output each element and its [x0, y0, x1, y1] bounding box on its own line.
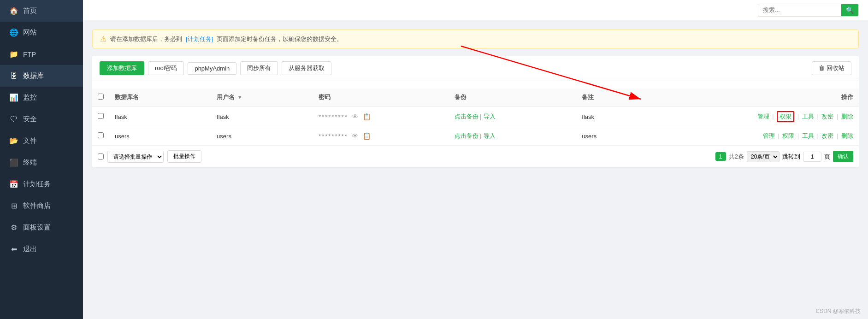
- security-icon: 🛡: [9, 115, 18, 124]
- import-link[interactable]: 导入: [484, 113, 496, 120]
- database-table-wrapper: 数据库名 用户名 ▼ 密码 备份 备注 操作: [92, 89, 859, 167]
- sidebar-item-terminal[interactable]: ⬛ 终端: [0, 152, 83, 173]
- delete-link[interactable]: 删除: [841, 132, 853, 139]
- alert-warning: ⚠ 请在添加数据库后，务必到 [计划任务] 页面添加定时备份任务，以确保您的数据…: [92, 30, 859, 48]
- backup-sep: |: [480, 113, 484, 120]
- th-op: 操作: [661, 89, 859, 106]
- files-icon: 📂: [9, 136, 18, 145]
- permission-link[interactable]: 权限: [779, 113, 791, 120]
- manage-link[interactable]: 管理: [757, 113, 769, 120]
- select-all-checkbox[interactable]: [98, 94, 104, 100]
- copy-password-button[interactable]: 📋: [362, 113, 372, 120]
- phpmyadmin-button[interactable]: phpMyAdmin: [188, 62, 236, 75]
- root-password-button[interactable]: root密码: [148, 61, 184, 75]
- username-cell: flask: [211, 106, 313, 127]
- search-button[interactable]: 🔍: [841, 4, 858, 16]
- batch-operation-button[interactable]: 批量操作: [167, 150, 201, 163]
- sidebar-item-files[interactable]: 📂 文件: [0, 130, 83, 152]
- sep1: |: [772, 113, 775, 120]
- sidebar-item-logout[interactable]: ⬅ 退出: [0, 238, 83, 260]
- sidebar-item-database[interactable]: 🗄 数据库: [0, 65, 83, 87]
- sort-icon: ▼: [237, 95, 242, 100]
- backup-sep: |: [480, 132, 484, 139]
- tasks-icon: 📅: [9, 180, 18, 189]
- sidebar-item-store[interactable]: ⊞ 软件商店: [0, 195, 83, 217]
- sep4: |: [837, 113, 840, 120]
- sidebar-item-label: FTP: [23, 50, 36, 58]
- page-unit: 页: [824, 153, 830, 161]
- tools-link[interactable]: 工具: [802, 113, 814, 120]
- username-cell: users: [211, 127, 313, 145]
- th-checkbox: [92, 89, 109, 106]
- sidebar-item-label: 面板设置: [23, 223, 51, 232]
- ftp-icon: 📁: [9, 50, 18, 59]
- sidebar-item-monitor[interactable]: 📊 监控: [0, 87, 83, 108]
- total-count: 共2条: [729, 153, 744, 161]
- sidebar-item-home[interactable]: 🏠 首页: [0, 0, 83, 22]
- sidebar-item-label: 退出: [23, 245, 37, 254]
- click-backup-link[interactable]: 点击备份: [455, 132, 478, 139]
- current-page: 1: [715, 152, 726, 161]
- tools-link[interactable]: 工具: [802, 132, 814, 139]
- sidebar-item-security[interactable]: 🛡 安全: [0, 108, 83, 130]
- dbname-cell: flask: [109, 106, 211, 127]
- password-dots: *********: [319, 133, 348, 140]
- manage-link[interactable]: 管理: [763, 132, 775, 139]
- password-field: ********* 👁 📋: [319, 132, 443, 140]
- sidebar-item-label: 软件商店: [23, 201, 51, 210]
- show-password-button[interactable]: 👁: [351, 132, 359, 140]
- alert-link[interactable]: [计划任务]: [186, 35, 213, 43]
- row-checkbox[interactable]: [98, 113, 104, 119]
- sep2: |: [797, 113, 801, 120]
- delete-link[interactable]: 删除: [841, 113, 853, 120]
- backup-cell: 点击备份 | 导入: [449, 127, 576, 145]
- page-jump-input[interactable]: [803, 152, 821, 162]
- settings-icon: ⚙: [9, 223, 18, 232]
- row-checkbox[interactable]: [98, 132, 104, 138]
- sidebar-item-label: 首页: [23, 6, 37, 15]
- sidebar-item-panel-settings[interactable]: ⚙ 面板设置: [0, 217, 83, 238]
- database-table: 数据库名 用户名 ▼ 密码 备份 备注 操作: [92, 89, 859, 145]
- database-table-card: 添加数据库 root密码 phpMyAdmin 同步所有 从服务器获取 🗑 回收…: [92, 56, 859, 167]
- sidebar-item-label: 安全: [23, 115, 37, 124]
- sidebar-item-label: 监控: [23, 93, 37, 102]
- change-password-link[interactable]: 改密: [821, 132, 833, 139]
- import-link[interactable]: 导入: [484, 132, 496, 139]
- table-row: users users ********* 👁 📋 点击备份: [92, 127, 859, 145]
- batch-operation-select[interactable]: 请选择批量操作: [107, 151, 164, 163]
- password-dots: *********: [319, 113, 348, 120]
- sep3: |: [817, 132, 820, 139]
- recycle-bin-button[interactable]: 🗑 回收站: [812, 61, 851, 75]
- th-username[interactable]: 用户名 ▼: [211, 89, 313, 106]
- jump-confirm-button[interactable]: 确认: [833, 151, 853, 162]
- alert-text-before: 请在添加数据库后，务必到: [110, 35, 182, 43]
- warning-icon: ⚠: [100, 35, 106, 43]
- show-password-button[interactable]: 👁: [351, 113, 359, 120]
- sidebar-item-ftp[interactable]: 📁 FTP: [0, 43, 83, 65]
- sync-all-button[interactable]: 同步所有: [240, 61, 278, 75]
- fetch-from-server-button[interactable]: 从服务器获取: [282, 61, 331, 75]
- dbname-cell: users: [109, 127, 211, 145]
- main-area: 🔍 ⚠ 请在添加数据库后，务必到 [计划任务] 页面添加定时备份任务，以确保您的…: [83, 0, 868, 319]
- table-footer: 请选择批量操作 批量操作 1 共2条 20条/页 跳转到 页 确认: [92, 145, 859, 167]
- add-database-button[interactable]: 添加数据库: [100, 61, 144, 75]
- sep3: |: [817, 113, 820, 120]
- footer-right: 1 共2条 20条/页 跳转到 页 确认: [715, 151, 853, 162]
- copy-password-button[interactable]: 📋: [362, 132, 372, 140]
- search-input[interactable]: [758, 5, 841, 15]
- footer-select-all-checkbox[interactable]: [98, 154, 104, 160]
- click-backup-link[interactable]: 点击备份: [455, 113, 478, 120]
- row-checkbox-cell: [92, 127, 109, 145]
- change-password-link[interactable]: 改密: [821, 113, 833, 120]
- per-page-select[interactable]: 20条/页: [747, 151, 779, 162]
- sidebar-item-tasks[interactable]: 📅 计划任务: [0, 173, 83, 195]
- backup-cell: 点击备份 | 导入: [449, 106, 576, 127]
- password-cell: ********* 👁 📋: [313, 106, 449, 127]
- row-checkbox-cell: [92, 106, 109, 127]
- permission-link[interactable]: 权限: [782, 132, 794, 139]
- alert-text-after: 页面添加定时备份任务，以确保您的数据安全。: [217, 35, 342, 43]
- sidebar: 🏠 首页 🌐 网站 📁 FTP 🗄 数据库 📊 监控 🛡 安全 📂 文件 ⬛ 终…: [0, 0, 83, 319]
- sidebar-item-website[interactable]: 🌐 网站: [0, 22, 83, 43]
- sidebar-item-label: 终端: [23, 158, 37, 167]
- note-cell: users: [576, 127, 661, 145]
